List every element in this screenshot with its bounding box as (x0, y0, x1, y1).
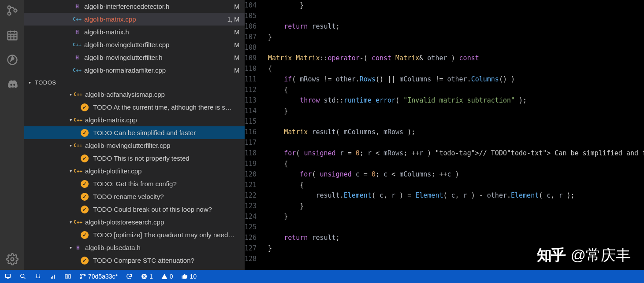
todo-item[interactable]: ✓TODO [optimize] The quadrant may only n… (24, 228, 245, 241)
file-name: algolib-matrix.cpp (85, 116, 245, 124)
code-line[interactable] (268, 11, 644, 21)
file-type-icon: H (73, 29, 82, 35)
file-row[interactable]: Halgolib-interferencedetector.hM (24, 0, 245, 13)
editor[interactable]: 1041051061071081091101111121131141151161… (245, 0, 644, 270)
code-area[interactable]: } return result;} Matrix Matrix::operato… (262, 0, 644, 270)
code-line[interactable]: { (268, 180, 644, 190)
branch-indicator[interactable]: 70d5a33c* (79, 273, 118, 280)
svg-point-2 (14, 9, 17, 12)
file-row[interactable]: C++algolib-matrix.cpp1, M (24, 13, 245, 26)
svg-rect-17 (51, 277, 52, 279)
todo-item[interactable]: ✓TODO Can be simplified and faster (24, 126, 245, 139)
chevron-down-icon: ▾ (67, 143, 74, 148)
svg-point-24 (80, 277, 82, 279)
thumbs-indicator[interactable]: 10 (181, 273, 197, 280)
sync-icon[interactable] (126, 273, 133, 280)
file-row[interactable]: Halgolib-matrix.hM (24, 26, 245, 38)
file-name: algolib-normalradarfilter.cpp (84, 66, 231, 74)
svg-rect-18 (52, 276, 53, 279)
todo-file[interactable]: ▾C++algolib-plotfilter.cpp (24, 165, 245, 177)
gear-icon[interactable] (6, 253, 19, 265)
thumbs-count: 10 (190, 273, 197, 280)
code-line[interactable]: result.Element( c, r ) = Element( c, r )… (268, 190, 644, 201)
code-line[interactable]: } (268, 106, 644, 116)
code-line[interactable]: { (268, 158, 644, 169)
file-row[interactable]: C++algolib-movingclutterfilter.cppM (24, 38, 245, 51)
file-status: 1, M (227, 16, 239, 23)
zhihu-logo: 知乎 (537, 245, 565, 265)
todo-item[interactable]: ✓TODO Compare STC attenuation? (24, 254, 245, 267)
todo-item[interactable]: ✓TODO This is not properly tested (24, 152, 245, 165)
code-line[interactable]: for( unsigned r = 0; r < mRows; ++r ) "t… (268, 148, 644, 158)
sidebar: Halgolib-interferencedetector.hMC++algol… (24, 0, 245, 270)
chevron-down-icon: ▾ (67, 118, 74, 122)
todo-file[interactable]: ▾C++algolib-movingclutterfilter.cpp (24, 139, 245, 152)
code-line[interactable] (268, 137, 644, 148)
chevron-down-icon: ▾ (67, 245, 74, 250)
branch-filter-icon[interactable] (34, 273, 41, 280)
warnings-count: 0 (170, 273, 173, 280)
file-name: algolib-adfanalysismap.cpp (85, 91, 245, 98)
watermark: 知乎 @常庆丰 (537, 245, 631, 265)
todo-file[interactable]: ▾C++algolib-plotstoresearch.cpp (24, 216, 245, 228)
todo-file[interactable]: ▾C++algolib-matrix.cpp (24, 114, 245, 126)
file-name: algolib-pulsedata.h (85, 244, 245, 251)
code-line[interactable]: } (268, 32, 644, 42)
bars-icon[interactable] (49, 273, 56, 280)
todo-file[interactable]: ▾C++algolib-adfanalysismap.cpp (24, 88, 245, 101)
todo-item[interactable]: ✓TODO: Get this from config? (24, 177, 245, 190)
code-line[interactable]: { (268, 85, 644, 95)
code-line[interactable]: } (268, 0, 644, 11)
svg-rect-3 (7, 32, 17, 40)
file-name: algolib-plotstoresearch.cpp (85, 218, 245, 226)
code-line[interactable]: { (268, 63, 644, 74)
scm-icon[interactable] (6, 4, 19, 17)
search-icon[interactable] (19, 273, 26, 280)
code-line[interactable] (268, 222, 644, 232)
compare-icon[interactable] (64, 273, 71, 280)
todo-text: TODO Could break out of this loop now? (93, 206, 245, 213)
file-name: algolib-interferencedetector.h (84, 3, 231, 10)
svg-point-0 (7, 6, 11, 9)
errors-indicator[interactable]: 1 (141, 273, 153, 280)
file-type-icon: H (73, 54, 82, 61)
compass-icon[interactable] (6, 54, 19, 66)
file-type-icon: C++ (73, 67, 82, 73)
code-line[interactable]: } (268, 211, 644, 222)
file-name: algolib-movingclutterfilter.h (84, 54, 231, 61)
file-type-icon: C++ (73, 42, 82, 48)
code-line[interactable]: for( unsigned c = 0; c < mColumns; ++c ) (268, 169, 644, 180)
todo-item[interactable]: ✓TODO At the current time, although ther… (24, 101, 245, 114)
todo-item[interactable]: ✓TODO rename velocity? (24, 190, 245, 203)
calendar-icon[interactable] (6, 29, 19, 41)
code-line[interactable]: Matrix Matrix::operator-( const Matrix& … (268, 53, 644, 63)
remote-icon[interactable] (4, 273, 11, 280)
todo-item[interactable]: ✓TODO Could break out of this loop now? (24, 203, 245, 216)
warnings-indicator[interactable]: 0 (161, 273, 173, 280)
discord-icon[interactable] (6, 78, 19, 91)
file-name: algolib-plotfilter.cpp (85, 167, 245, 175)
svg-rect-12 (6, 274, 11, 278)
file-row[interactable]: C++algolib-normalradarfilter.cppM (24, 64, 245, 77)
todos-header[interactable]: ▾ TODOS (24, 77, 245, 88)
chevron-down-icon: ▾ (67, 169, 74, 173)
code-line[interactable]: Matrix result( mColumns, mRows ); (268, 127, 644, 137)
code-line[interactable]: } (268, 201, 644, 211)
code-line[interactable] (268, 42, 644, 53)
file-type-icon: C++ (74, 168, 82, 174)
file-type-icon: C++ (74, 219, 82, 225)
todo-file[interactable]: ▾Halgolib-pulsedata.h (24, 241, 245, 254)
file-type-icon: H (74, 244, 82, 251)
file-type-icon: C++ (74, 92, 82, 97)
todo-check-icon: ✓ (81, 129, 89, 137)
file-status: M (234, 67, 239, 74)
code-line[interactable]: if( mRows != other.Rows() || mColumns !=… (268, 74, 644, 85)
file-name: algolib-matrix.h (84, 28, 231, 36)
line-gutter: 1041051061071081091101111121131141151161… (245, 0, 262, 270)
code-line[interactable]: throw std::runtime_error( "Invalid matri… (268, 95, 644, 106)
code-line[interactable]: return result; (268, 232, 644, 243)
file-type-icon: C++ (74, 143, 82, 148)
code-line[interactable]: return result; (268, 21, 644, 32)
file-row[interactable]: Halgolib-movingclutterfilter.hM (24, 51, 245, 64)
code-line[interactable] (268, 116, 644, 127)
